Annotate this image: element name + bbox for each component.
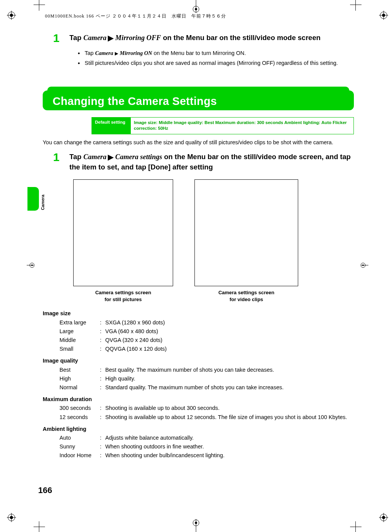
setting-name: Small: [59, 345, 100, 353]
setting-name: Auto: [59, 434, 100, 442]
step-instruction: Tap Camera▶Mirroring OFF on the Menu bar…: [69, 33, 320, 43]
setting-desc: SXGA (1280 x 960 dots): [105, 318, 354, 327]
setting-name: Best: [59, 366, 100, 374]
setting-name: Indoor Home: [59, 451, 100, 460]
colon: :: [100, 336, 105, 345]
side-tab: [27, 187, 39, 211]
step-number: 1: [43, 152, 69, 163]
screenshot-placeholder: [194, 179, 298, 286]
side-mark-icon: [27, 259, 34, 273]
colon: :: [100, 413, 105, 422]
screenshot-placeholder: [73, 179, 173, 286]
group-title-image-size: Image size: [43, 309, 354, 318]
setting-desc: When shooting under bulb/incandescent li…: [105, 451, 354, 460]
setting-name: Middle: [59, 336, 100, 345]
colon: :: [100, 383, 105, 392]
colon: :: [100, 366, 105, 374]
text: on the Menu bar to turn Mirroring ON.: [152, 50, 246, 56]
default-setting-label: Default setting: [92, 118, 131, 134]
menu-path: Camera: [84, 34, 107, 42]
arrow-icon: ▶: [108, 33, 114, 44]
setting-line: Large:VGA (640 x 480 dots): [59, 327, 354, 336]
setting-line: Extra large:SXGA (1280 x 960 dots): [59, 318, 354, 327]
text: on the Menu bar on the still/video mode …: [161, 34, 320, 42]
setting-desc: Adjusts white balance automatically.: [105, 434, 354, 442]
colon: :: [100, 318, 105, 327]
step-number: 1: [43, 33, 69, 44]
text: Tap: [85, 50, 95, 56]
colon: :: [100, 327, 105, 336]
text: Camera settings screen: [218, 290, 275, 295]
screenshot-caption: Camera settings screen for still picture…: [73, 289, 173, 303]
page-number: 166: [38, 485, 52, 495]
setting-name: Extra large: [59, 318, 100, 327]
setting-desc: Shooting is available up to about 300 se…: [105, 404, 354, 413]
setting-desc: High quality.: [105, 374, 354, 383]
setting-desc: Best quality. The maximum number of shot…: [105, 366, 354, 374]
svg-point-21: [195, 522, 197, 524]
registration-mark-icon: [7, 513, 16, 522]
crop-mark: [34, 0, 45, 11]
setting-name: Sunny: [59, 442, 100, 451]
setting-desc: Standard quality. The maximum number of …: [105, 383, 354, 392]
center-mark-icon: [190, 0, 202, 13]
group-title-image-quality: Image quality: [43, 356, 354, 365]
colon: :: [100, 345, 105, 353]
text: for still pictures: [104, 297, 142, 302]
bullet-item: Tap Camera ▶ Mirroring ON on the Menu ba…: [78, 49, 354, 57]
step-1-bullets: Tap Camera ▶ Mirroring ON on the Menu ba…: [78, 49, 354, 68]
text: Still pictures/video clips you shot are …: [85, 60, 338, 66]
group-title-ambient: Ambient lighting: [43, 425, 354, 434]
setting-name: 300 seconds: [59, 404, 100, 413]
setting-line: Auto:Adjusts white balance automatically…: [59, 434, 354, 442]
colon: :: [100, 404, 105, 413]
step-1: 1 Tap Camera▶Mirroring OFF on the Menu b…: [43, 33, 354, 44]
screenshot-caption: Camera settings screen for video clips: [194, 289, 298, 303]
center-mark-icon: [190, 519, 202, 532]
step-2: 1 Tap Camera▶Camera settings on the Menu…: [43, 152, 354, 172]
print-header: 00M1000EN.book 166 ページ ２００４年１１月２４日 水曜日 午…: [45, 13, 226, 19]
menu-path: Camera: [95, 50, 113, 56]
menu-path: Mirroring ON: [120, 50, 152, 56]
svg-point-24: [31, 264, 33, 266]
page: 00M1000EN.book 166 ページ ２００４年１１月２４日 水曜日 午…: [0, 0, 392, 532]
setting-name: Normal: [59, 383, 100, 392]
svg-point-18: [195, 8, 197, 10]
arrow-icon: ▶: [115, 51, 118, 56]
setting-desc: Shooting is available up to about 12 sec…: [105, 413, 354, 422]
bullet-item: Still pictures/video clips you shot are …: [78, 59, 354, 67]
default-setting-value: Image size: Middle Image quality: Best M…: [131, 118, 353, 134]
arrow-icon: ▶: [108, 152, 114, 163]
setting-name: 12 seconds: [59, 413, 100, 422]
setting-line: 300 seconds:Shooting is available up to …: [59, 404, 354, 413]
setting-desc: When shooting outdoors in fine weather.: [105, 442, 354, 451]
screenshot-video: Camera settings screen for video clips: [194, 179, 298, 303]
setting-line: Sunny:When shooting outdoors in fine wea…: [59, 442, 354, 451]
step-instruction: Tap Camera▶Camera settings on the Menu b…: [69, 152, 354, 172]
section-banner: Changing the Camera Settings: [43, 87, 354, 113]
settings-list: Image size Extra large:SXGA (1280 x 960 …: [43, 309, 354, 460]
menu-path: Camera settings: [115, 153, 162, 161]
registration-mark-icon: [7, 11, 16, 20]
crop-mark: [350, 521, 361, 532]
text: Camera settings screen: [95, 290, 151, 295]
registration-mark-icon: [379, 513, 388, 522]
setting-desc: QQVGA (160 x 120 dots): [105, 345, 354, 353]
setting-line: Normal:Standard quality. The maximum num…: [59, 383, 354, 392]
crop-mark: [350, 0, 361, 11]
text: for video clips: [230, 297, 263, 302]
colon: :: [100, 434, 105, 442]
screenshots-row: Camera settings screen for still picture…: [73, 179, 354, 303]
menu-path: Mirroring OFF: [115, 34, 161, 42]
setting-desc: VGA (640 x 480 dots): [105, 327, 354, 336]
svg-point-27: [362, 264, 364, 266]
crop-mark: [34, 521, 45, 532]
setting-line: Best:Best quality. The maximum number of…: [59, 366, 354, 374]
screenshot-still: Camera settings screen for still picture…: [73, 179, 173, 303]
setting-line: Middle:QVGA (320 x 240 dots): [59, 336, 354, 345]
default-setting-row: Default setting Image size: Middle Image…: [92, 117, 354, 134]
setting-line: 12 seconds:Shooting is available up to a…: [59, 413, 354, 422]
section-title: Changing the Camera Settings: [43, 87, 354, 108]
group-title-max-duration: Maximum duration: [43, 395, 354, 404]
setting-name: Large: [59, 327, 100, 336]
